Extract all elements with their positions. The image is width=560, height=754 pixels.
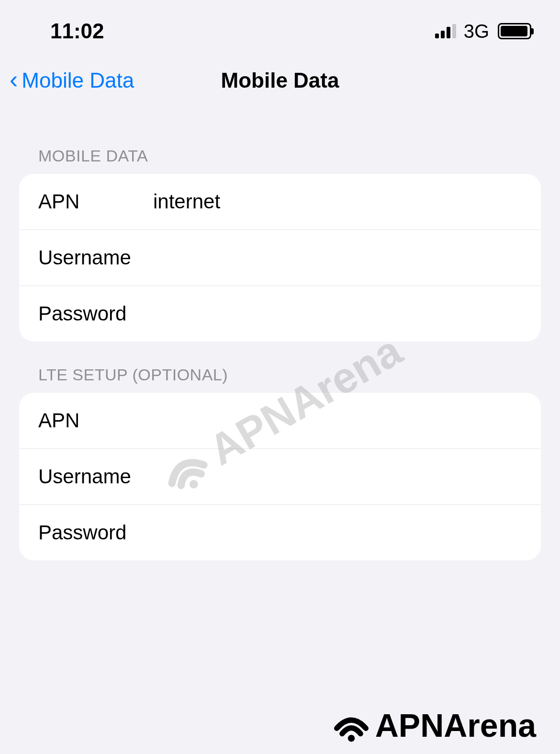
lte-password-row[interactable]: Password: [19, 505, 541, 560]
username-input[interactable]: [153, 246, 522, 269]
password-input[interactable]: [153, 302, 522, 325]
wifi-icon: [332, 706, 370, 744]
password-label: Password: [38, 302, 153, 325]
page-title: Mobile Data: [221, 69, 339, 92]
chevron-left-icon: ‹: [10, 65, 18, 94]
battery-icon: [498, 23, 531, 39]
username-row[interactable]: Username: [19, 230, 541, 286]
apn-label: APN: [38, 190, 153, 213]
password-row[interactable]: Password: [19, 286, 541, 342]
svg-point-1: [347, 735, 354, 742]
apn-row[interactable]: APN: [19, 174, 541, 230]
lte-username-label: Username: [38, 465, 153, 488]
lte-password-input[interactable]: [153, 521, 522, 544]
lte-apn-label: APN: [38, 409, 153, 432]
lte-password-label: Password: [38, 521, 153, 544]
lte-username-input[interactable]: [153, 465, 522, 488]
status-indicators: 3G: [435, 21, 531, 42]
lte-apn-row[interactable]: APN: [19, 393, 541, 449]
back-label: Mobile Data: [22, 69, 134, 92]
section-header-lte-setup: LTE SETUP (OPTIONAL): [0, 342, 560, 393]
lte-setup-group: APN Username Password: [19, 393, 541, 560]
watermark-text: APNArena: [375, 707, 536, 744]
back-button[interactable]: ‹ Mobile Data: [10, 67, 134, 94]
mobile-data-group: APN Username Password: [19, 174, 541, 342]
username-label: Username: [38, 246, 153, 269]
status-bar: 11:02 3G: [0, 0, 560, 53]
apn-input[interactable]: [153, 190, 522, 213]
navigation-bar: ‹ Mobile Data Mobile Data: [0, 53, 560, 123]
status-time: 11:02: [50, 19, 104, 43]
section-header-mobile-data: MOBILE DATA: [0, 123, 560, 174]
network-type: 3G: [464, 21, 489, 42]
watermark-bottom: APNArena: [332, 706, 536, 744]
signal-strength-icon: [435, 24, 456, 38]
lte-username-row[interactable]: Username: [19, 449, 541, 505]
lte-apn-input[interactable]: [153, 409, 522, 432]
